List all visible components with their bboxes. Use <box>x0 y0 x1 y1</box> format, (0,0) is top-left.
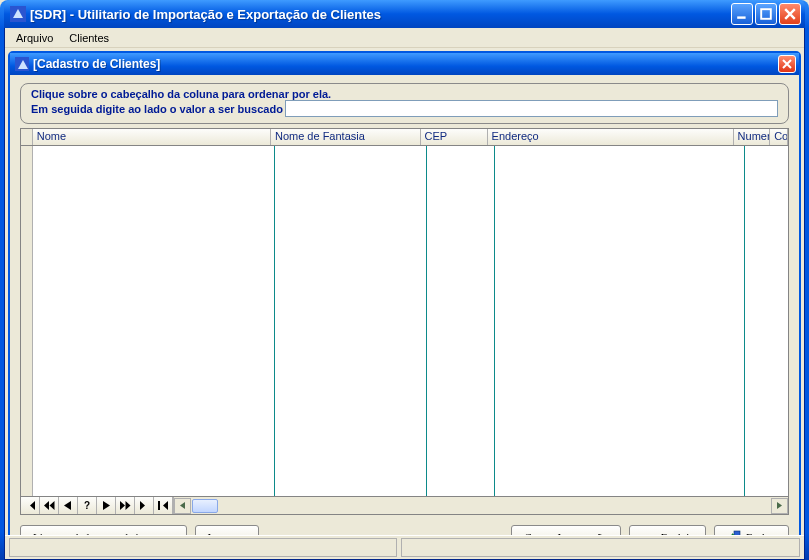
nav-refresh[interactable]: ? <box>78 497 97 514</box>
nav-next[interactable] <box>97 497 116 514</box>
status-pane-1 <box>9 538 397 557</box>
minimize-button[interactable] <box>731 3 753 25</box>
grid-navigator-row: ? <box>21 496 788 514</box>
horizontal-scrollbar[interactable] <box>173 497 788 514</box>
hint-panel: Clique sobre o cabeçalho da coluna para … <box>20 83 789 124</box>
col-cep[interactable]: CEP <box>421 129 488 145</box>
navigator-buttons: ? <box>21 497 173 514</box>
outer-titlebar[interactable]: [SDR] - Utilitario de Importação e Expor… <box>4 0 805 28</box>
outer-window: [SDR] - Utilitario de Importação e Expor… <box>0 0 809 560</box>
col-numero[interactable]: Numer <box>734 129 771 145</box>
menu-arquivo[interactable]: Arquivo <box>8 30 61 46</box>
hint-line2-row: Em seguida digite ao lado o valor a ser … <box>31 100 778 117</box>
search-input[interactable] <box>285 100 778 117</box>
svg-rect-2 <box>158 501 160 510</box>
outer-body: Arquivo Clientes [Cadastro de Clientes] … <box>4 28 805 560</box>
grid-col-1 <box>275 146 427 496</box>
scroll-thumb[interactable] <box>192 499 218 513</box>
data-grid[interactable]: Nome Nome de Fantasia CEP Endereço Numer… <box>20 128 789 515</box>
mdi-title: [Cadastro de Clientes] <box>33 57 778 71</box>
col-nome[interactable]: Nome <box>33 129 271 145</box>
mdi-close-button[interactable] <box>778 55 796 73</box>
menu-clientes[interactable]: Clientes <box>61 30 117 46</box>
col-co[interactable]: Co <box>770 129 788 145</box>
app-icon <box>10 6 26 22</box>
mdi-window: [Cadastro de Clientes] Clique sobre o ca… <box>8 51 801 556</box>
nav-prior-page[interactable] <box>40 497 59 514</box>
grid-col-0 <box>33 146 275 496</box>
window-controls <box>731 3 801 25</box>
outer-title: [SDR] - Utilitario de Importação e Expor… <box>30 7 731 22</box>
menubar: Arquivo Clientes <box>5 28 804 48</box>
nav-next-page[interactable] <box>116 497 135 514</box>
close-button[interactable] <box>779 3 801 25</box>
scroll-left-arrow[interactable] <box>174 498 191 514</box>
statusbar <box>5 535 804 559</box>
maximize-button[interactable] <box>755 3 777 25</box>
grid-col-3 <box>495 146 745 496</box>
scroll-right-arrow[interactable] <box>771 498 788 514</box>
mdi-body: Clique sobre o cabeçalho da coluna para … <box>10 75 799 554</box>
svg-rect-1 <box>761 9 771 19</box>
col-nome-fantasia[interactable]: Nome de Fantasia <box>271 129 421 145</box>
row-indicator-header <box>21 129 33 145</box>
grid-col-2 <box>427 146 495 496</box>
grid-body[interactable] <box>21 146 788 496</box>
mdi-titlebar[interactable]: [Cadastro de Clientes] <box>10 53 799 75</box>
nav-insert[interactable] <box>154 497 173 514</box>
nav-first[interactable] <box>21 497 40 514</box>
status-pane-2 <box>401 538 800 557</box>
nav-last[interactable] <box>135 497 154 514</box>
svg-rect-0 <box>737 16 745 18</box>
col-endereco[interactable]: Endereço <box>488 129 734 145</box>
mdi-area: [Cadastro de Clientes] Clique sobre o ca… <box>5 48 804 559</box>
row-indicator-col <box>21 146 33 496</box>
nav-prior[interactable] <box>59 497 78 514</box>
grid-header: Nome Nome de Fantasia CEP Endereço Numer… <box>21 129 788 146</box>
mdi-icon <box>15 57 29 71</box>
grid-columns-area <box>33 146 788 496</box>
hint-line1: Clique sobre o cabeçalho da coluna para … <box>31 88 778 100</box>
hint-line2: Em seguida digite ao lado o valor a ser … <box>31 103 283 115</box>
